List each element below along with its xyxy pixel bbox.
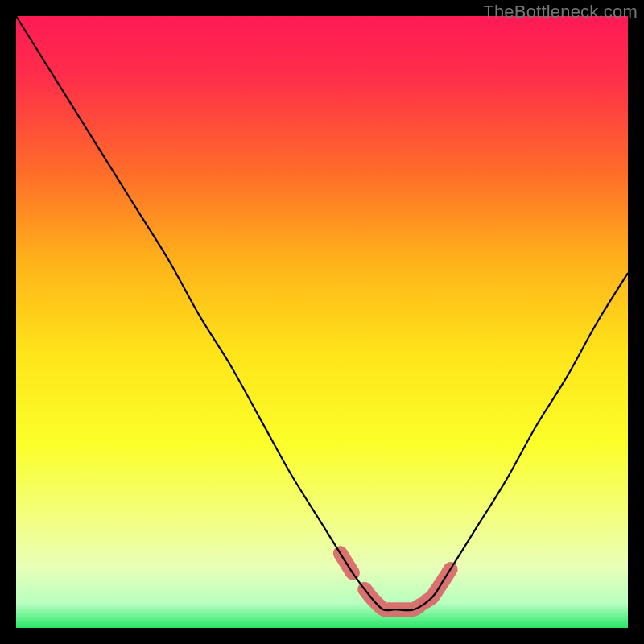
bottleneck-chart — [16, 16, 628, 628]
chart-background — [16, 16, 628, 628]
watermark-text: TheBottleneck.com — [483, 2, 638, 23]
chart-plot-area — [16, 16, 628, 628]
